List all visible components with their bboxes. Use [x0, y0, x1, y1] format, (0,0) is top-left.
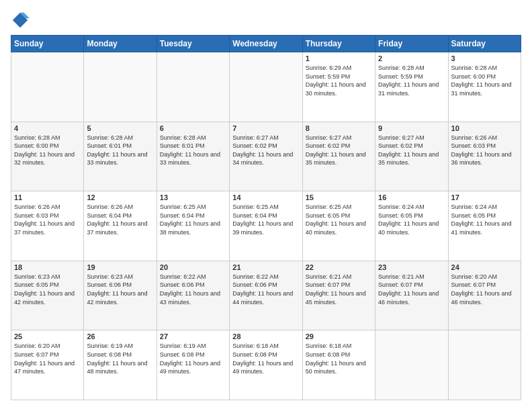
day-number: 14 [232, 193, 299, 201]
day-info: Sunrise: 6:22 AMSunset: 6:06 PMDaylight:… [232, 273, 299, 306]
calendar-cell: 17Sunrise: 6:24 AMSunset: 6:05 PMDayligh… [448, 191, 521, 261]
day-number: 18 [14, 263, 81, 271]
day-info: Sunrise: 6:25 AMSunset: 6:05 PMDaylight:… [306, 203, 372, 236]
calendar-cell: 7Sunrise: 6:27 AMSunset: 6:02 PMDaylight… [230, 122, 302, 191]
calendar-cell: 28Sunrise: 6:18 AMSunset: 6:08 PMDayligh… [230, 330, 302, 400]
calendar-cell: 6Sunrise: 6:28 AMSunset: 6:01 PMDaylight… [157, 122, 229, 191]
calendar-cell: 29Sunrise: 6:18 AMSunset: 6:08 PMDayligh… [302, 330, 375, 400]
calendar-cell: 9Sunrise: 6:27 AMSunset: 6:02 PMDaylight… [375, 122, 448, 191]
day-number: 8 [306, 124, 372, 132]
day-info: Sunrise: 6:20 AMSunset: 6:07 PMDaylight:… [451, 273, 518, 306]
calendar-cell: 22Sunrise: 6:21 AMSunset: 6:07 PMDayligh… [302, 261, 375, 330]
calendar-header-sunday: Sunday [11, 36, 84, 52]
day-info: Sunrise: 6:28 AMSunset: 6:01 PMDaylight:… [160, 134, 226, 167]
calendar-cell: 4Sunrise: 6:28 AMSunset: 6:00 PMDaylight… [11, 122, 84, 191]
calendar-cell: 18Sunrise: 6:23 AMSunset: 6:05 PMDayligh… [11, 261, 84, 330]
calendar-cell: 19Sunrise: 6:23 AMSunset: 6:06 PMDayligh… [84, 261, 157, 330]
day-info: Sunrise: 6:18 AMSunset: 6:08 PMDaylight:… [232, 342, 299, 375]
day-info: Sunrise: 6:26 AMSunset: 6:03 PMDaylight:… [451, 134, 518, 167]
day-info: Sunrise: 6:29 AMSunset: 5:59 PMDaylight:… [306, 64, 372, 97]
calendar-cell: 25Sunrise: 6:20 AMSunset: 6:07 PMDayligh… [11, 330, 84, 400]
day-info: Sunrise: 6:28 AMSunset: 6:00 PMDaylight:… [14, 134, 81, 167]
calendar-cell: 5Sunrise: 6:28 AMSunset: 6:01 PMDaylight… [84, 122, 157, 191]
day-number: 21 [232, 263, 299, 271]
day-info: Sunrise: 6:19 AMSunset: 6:08 PMDaylight:… [87, 342, 153, 375]
calendar-header-wednesday: Wednesday [230, 36, 302, 52]
calendar-cell: 1Sunrise: 6:29 AMSunset: 5:59 PMDaylight… [302, 52, 375, 122]
day-number: 7 [232, 124, 299, 132]
calendar-header-monday: Monday [84, 36, 157, 52]
calendar-cell [375, 330, 448, 400]
day-number: 5 [87, 124, 153, 132]
day-number: 13 [160, 193, 226, 201]
day-info: Sunrise: 6:23 AMSunset: 6:06 PMDaylight:… [87, 273, 153, 306]
calendar-week-5: 25Sunrise: 6:20 AMSunset: 6:07 PMDayligh… [11, 330, 521, 400]
calendar-header-tuesday: Tuesday [157, 36, 229, 52]
calendar-cell: 12Sunrise: 6:26 AMSunset: 6:04 PMDayligh… [84, 191, 157, 261]
day-info: Sunrise: 6:24 AMSunset: 6:05 PMDaylight:… [378, 203, 445, 236]
calendar-header-row: SundayMondayTuesdayWednesdayThursdayFrid… [11, 36, 521, 52]
calendar-week-2: 4Sunrise: 6:28 AMSunset: 6:00 PMDaylight… [11, 122, 521, 191]
day-number: 24 [451, 263, 518, 271]
day-number: 9 [378, 124, 445, 132]
header [11, 11, 521, 30]
calendar-cell [157, 52, 229, 122]
calendar-week-4: 18Sunrise: 6:23 AMSunset: 6:05 PMDayligh… [11, 261, 521, 330]
calendar-table: SundayMondayTuesdayWednesdayThursdayFrid… [11, 35, 521, 400]
day-number: 20 [160, 263, 226, 271]
day-number: 11 [14, 193, 81, 201]
calendar-cell [11, 52, 84, 122]
day-info: Sunrise: 6:25 AMSunset: 6:04 PMDaylight:… [160, 203, 226, 236]
day-info: Sunrise: 6:27 AMSunset: 6:02 PMDaylight:… [232, 134, 299, 167]
day-number: 26 [87, 332, 153, 340]
day-info: Sunrise: 6:27 AMSunset: 6:02 PMDaylight:… [306, 134, 372, 167]
calendar-cell: 10Sunrise: 6:26 AMSunset: 6:03 PMDayligh… [448, 122, 521, 191]
calendar-cell [448, 330, 521, 400]
day-info: Sunrise: 6:26 AMSunset: 6:03 PMDaylight:… [14, 203, 81, 236]
day-number: 29 [306, 332, 372, 340]
day-number: 3 [451, 54, 518, 62]
calendar-week-1: 1Sunrise: 6:29 AMSunset: 5:59 PMDaylight… [11, 52, 521, 122]
calendar-cell: 15Sunrise: 6:25 AMSunset: 6:05 PMDayligh… [302, 191, 375, 261]
calendar-cell: 11Sunrise: 6:26 AMSunset: 6:03 PMDayligh… [11, 191, 84, 261]
day-info: Sunrise: 6:26 AMSunset: 6:04 PMDaylight:… [87, 203, 153, 236]
day-info: Sunrise: 6:23 AMSunset: 6:05 PMDaylight:… [14, 273, 81, 306]
calendar-cell: 13Sunrise: 6:25 AMSunset: 6:04 PMDayligh… [157, 191, 229, 261]
day-info: Sunrise: 6:24 AMSunset: 6:05 PMDaylight:… [451, 203, 518, 236]
day-number: 10 [451, 124, 518, 132]
day-info: Sunrise: 6:28 AMSunset: 6:00 PMDaylight:… [451, 64, 518, 97]
day-number: 22 [306, 263, 372, 271]
day-number: 15 [306, 193, 372, 201]
calendar-cell: 3Sunrise: 6:28 AMSunset: 6:00 PMDaylight… [448, 52, 521, 122]
day-number: 19 [87, 263, 153, 271]
calendar-header-thursday: Thursday [302, 36, 375, 52]
day-info: Sunrise: 6:21 AMSunset: 6:07 PMDaylight:… [378, 273, 445, 306]
calendar-cell: 8Sunrise: 6:27 AMSunset: 6:02 PMDaylight… [302, 122, 375, 191]
day-info: Sunrise: 6:19 AMSunset: 6:08 PMDaylight:… [160, 342, 226, 375]
calendar-cell: 16Sunrise: 6:24 AMSunset: 6:05 PMDayligh… [375, 191, 448, 261]
day-number: 6 [160, 124, 226, 132]
calendar-cell: 26Sunrise: 6:19 AMSunset: 6:08 PMDayligh… [84, 330, 157, 400]
day-info: Sunrise: 6:21 AMSunset: 6:07 PMDaylight:… [306, 273, 372, 306]
day-number: 28 [232, 332, 299, 340]
day-info: Sunrise: 6:28 AMSunset: 5:59 PMDaylight:… [378, 64, 445, 97]
day-number: 17 [451, 193, 518, 201]
calendar-cell [84, 52, 157, 122]
day-number: 16 [378, 193, 445, 201]
calendar-cell: 14Sunrise: 6:25 AMSunset: 6:04 PMDayligh… [230, 191, 302, 261]
calendar-week-3: 11Sunrise: 6:26 AMSunset: 6:03 PMDayligh… [11, 191, 521, 261]
day-number: 23 [378, 263, 445, 271]
day-info: Sunrise: 6:20 AMSunset: 6:07 PMDaylight:… [14, 342, 81, 375]
calendar-header-saturday: Saturday [448, 36, 521, 52]
day-info: Sunrise: 6:27 AMSunset: 6:02 PMDaylight:… [378, 134, 445, 167]
calendar-page: SundayMondayTuesdayWednesdayThursdayFrid… [0, 0, 532, 411]
logo [11, 11, 32, 30]
calendar-cell: 27Sunrise: 6:19 AMSunset: 6:08 PMDayligh… [157, 330, 229, 400]
day-number: 1 [306, 54, 372, 62]
calendar-cell: 21Sunrise: 6:22 AMSunset: 6:06 PMDayligh… [230, 261, 302, 330]
day-number: 2 [378, 54, 445, 62]
day-number: 12 [87, 193, 153, 201]
calendar-header-friday: Friday [375, 36, 448, 52]
day-number: 25 [14, 332, 81, 340]
calendar-cell: 2Sunrise: 6:28 AMSunset: 5:59 PMDaylight… [375, 52, 448, 122]
